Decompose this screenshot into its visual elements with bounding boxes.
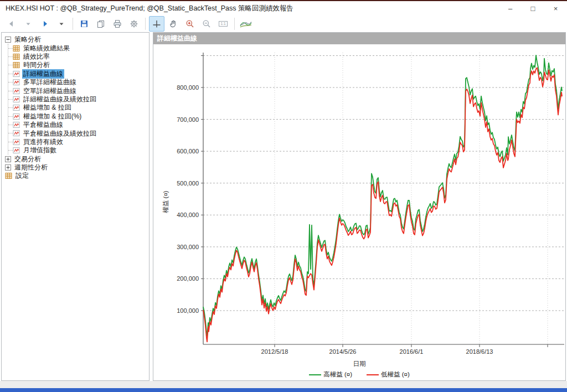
chart-legend: 高權益 (¤)低權益 (¤) (153, 370, 565, 379)
y-tick-label: 800,000 (177, 84, 199, 91)
tree-connector (8, 133, 13, 133)
nav-back-caret-button[interactable] (20, 16, 36, 32)
tree-item-多單詳細權益曲線[interactable]: 多單詳細權益曲線 (8, 78, 149, 86)
strategy-tree: 策略分析策略績效總結果績效比率時間分析詳細權益曲線多單詳細權益曲線空單詳細權益曲… (2, 33, 149, 180)
tree-node-週期性分析[interactable]: 週期性分析 (5, 163, 149, 172)
curve-icon (13, 104, 20, 111)
nav-back-caret-icon (25, 19, 32, 29)
tree-item-空單詳細權益曲線[interactable]: 空單詳細權益曲線 (8, 86, 149, 95)
y-tick-label: 200,000 (177, 275, 199, 282)
tree-node-交易分析[interactable]: 交易分析 (5, 154, 149, 163)
curves-icon (239, 19, 252, 29)
collapse-icon[interactable] (5, 37, 11, 43)
curve-icon (13, 96, 20, 103)
close-button[interactable]: × (544, 1, 567, 16)
tree-item-月增值指數[interactable]: 月增值指數 (8, 146, 149, 154)
tree-node-label[interactable]: 設定 (14, 171, 30, 180)
copy-icon (96, 19, 106, 29)
nav-forward-caret-icon (58, 19, 65, 29)
tree-item-詳細權益曲線及績效拉回[interactable]: 詳細權益曲線及績效拉回 (8, 95, 149, 104)
zoom-out-button[interactable] (199, 16, 214, 32)
tree-item-權益增加 & 拉回(%)[interactable]: 權益增加 & 拉回(%) (8, 112, 149, 121)
print-button[interactable] (110, 16, 125, 32)
tree-connector (8, 91, 13, 91)
window-bottom-accent (0, 388, 567, 392)
print-icon (112, 19, 122, 29)
x-tick-label: 2018/6/13 (466, 348, 493, 355)
tree-connector (8, 107, 13, 108)
svg-text:1:1: 1:1 (220, 22, 225, 25)
tree-connector (8, 65, 13, 65)
tree-item-時間分析[interactable]: 時間分析 (8, 61, 149, 69)
window-bottom-strip (0, 381, 567, 388)
toolbar-separator (73, 18, 73, 30)
minimize-button[interactable]: – (499, 1, 522, 16)
tree-item-詳細權益曲線[interactable]: 詳細權益曲線 (8, 70, 149, 78)
chart-panel-header: 詳細權益曲線 (153, 33, 565, 44)
tree-item-績效比率[interactable]: 績效比率 (8, 53, 149, 61)
actual-size-button[interactable]: 1:1 (215, 16, 231, 32)
crosshair-icon (152, 19, 162, 29)
tree-connector (8, 99, 13, 100)
tree-item-買進持有績效[interactable]: 買進持有績效 (8, 138, 149, 146)
title-bar: HKEX.HSI HOT : @QB_Strategy_PureTrend; @… (0, 1, 567, 16)
tree-connector (8, 125, 13, 125)
settings-icon (129, 19, 139, 29)
legend-line-swatch (367, 374, 379, 375)
tree-item-權益增加 & 拉回[interactable]: 權益增加 & 拉回 (8, 104, 149, 112)
toolbar: 1:1 (0, 16, 567, 32)
tree-connector (8, 48, 13, 49)
x-tick-label: 2016/6/1 (400, 348, 424, 355)
y-tick-label: 300,000 (177, 244, 199, 250)
tree-connector (8, 116, 13, 117)
legend-label: 高權益 (¤) (323, 370, 352, 379)
nav-forward-icon (40, 19, 50, 29)
x-tick-label: 2014/5/26 (329, 348, 357, 355)
y-tick-label: 600,000 (177, 148, 199, 154)
nav-forward-button[interactable] (37, 16, 53, 32)
tree-item-平倉權益曲線[interactable]: 平倉權益曲線 (8, 121, 149, 129)
legend-line-swatch (309, 374, 321, 375)
curve-icon (13, 87, 20, 95)
tree-connector (8, 150, 13, 151)
low-equity-line (203, 68, 562, 342)
zoom-out-icon (202, 19, 212, 29)
nav-back-button[interactable] (4, 16, 19, 32)
y-tick-label: 400,000 (177, 212, 199, 218)
equity-chart-svg[interactable]: 2012/5/182014/5/262016/6/12018/6/13100,0… (153, 44, 565, 380)
window-controls: –□× (499, 1, 567, 16)
curve-icon (13, 130, 20, 137)
save-button[interactable] (76, 16, 92, 32)
report-panel: 詳細權益曲線 2012/5/182014/5/262016/6/12018/6/… (153, 32, 566, 381)
curve-icon (13, 121, 20, 128)
curve-icon (13, 138, 20, 146)
toolbar-separator (234, 18, 235, 30)
zoom-in-icon (185, 19, 195, 29)
legend-label: 低權益 (¤) (381, 370, 410, 379)
maximize-button[interactable]: □ (522, 1, 544, 16)
tree-node-策略分析[interactable]: 策略分析 (5, 35, 149, 44)
chart-area[interactable]: 2012/5/182014/5/262016/6/12018/6/13100,0… (153, 44, 565, 380)
legend-item: 高權益 (¤) (309, 370, 352, 379)
pan-hand-button[interactable] (166, 16, 181, 32)
y-tick-label: 700,000 (177, 116, 199, 123)
zoom-in-button[interactable] (182, 16, 198, 32)
tree-node-設定[interactable]: 設定 (5, 172, 149, 180)
tree-item-策略績效總結果[interactable]: 策略績效總結果 (8, 44, 149, 52)
x-axis-title: 日期 (153, 360, 565, 368)
nav-forward-caret-button[interactable] (54, 16, 69, 32)
tree-item-平倉權益曲線及績效拉回[interactable]: 平倉權益曲線及績效拉回 (8, 129, 149, 137)
copy-button[interactable] (93, 16, 109, 32)
settings-button[interactable] (126, 16, 142, 32)
expand-icon[interactable] (5, 156, 11, 162)
expand-icon[interactable] (5, 164, 11, 171)
table-icon (13, 61, 20, 69)
tree-connector (8, 82, 13, 82)
tree-connector (8, 142, 13, 142)
crosshair-button[interactable] (149, 16, 164, 32)
save-icon (79, 19, 89, 29)
table-icon (13, 53, 20, 60)
curve-icon (13, 79, 20, 86)
y-tick-label: 100,000 (177, 307, 199, 314)
curves-button[interactable] (238, 16, 254, 32)
